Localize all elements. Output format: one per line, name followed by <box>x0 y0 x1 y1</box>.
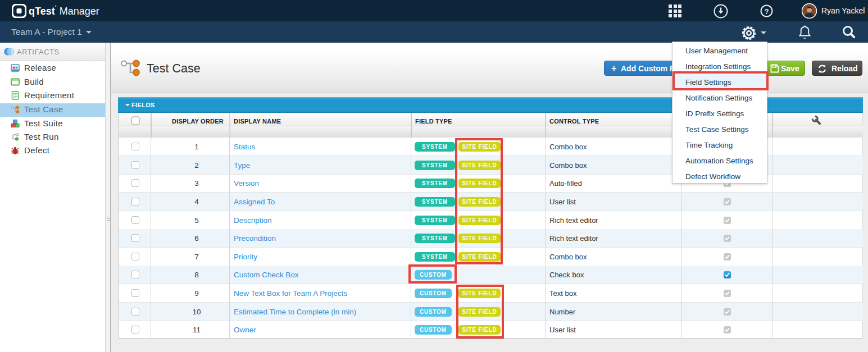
svg-text:?: ? <box>765 7 769 16</box>
